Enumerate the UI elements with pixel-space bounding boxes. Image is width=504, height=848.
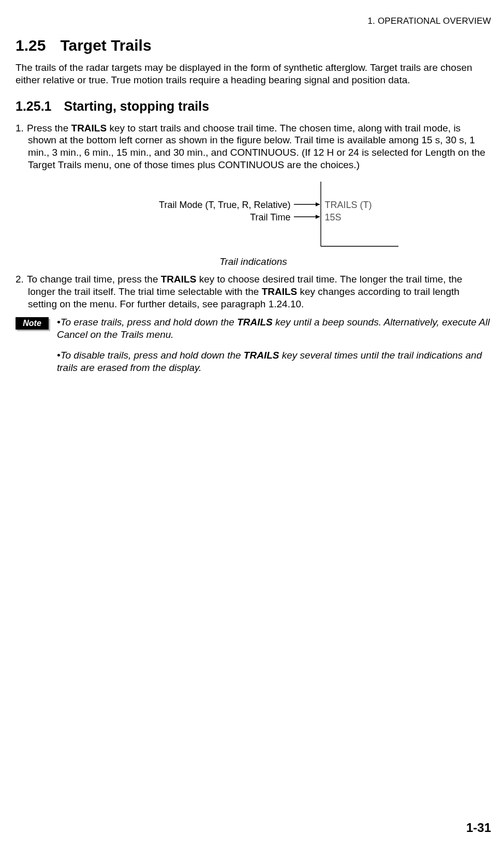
step-1-key: TRAILS	[71, 123, 107, 133]
step-1: 1.Press the TRAILS key to start trails a…	[16, 122, 491, 171]
step-2-text-a: To change trail time, press the	[27, 274, 161, 285]
step-1-marker: 1.	[16, 122, 27, 135]
step-2-key1: TRAILS	[161, 274, 197, 285]
section-title: Target Trails	[60, 37, 151, 54]
figure-caption: Trail indications	[16, 256, 491, 268]
steps-list: 1.Press the TRAILS key to start trails a…	[16, 122, 491, 171]
note-p1-a: •To erase trails, press and hold down th…	[57, 317, 237, 328]
step-2: 2.To change trail time, press the TRAILS…	[16, 273, 491, 310]
step-2-marker: 2.	[16, 273, 27, 286]
subsection-heading: 1.25.1Starting, stopping trails	[16, 98, 491, 114]
note-badge-container: Note	[16, 317, 49, 330]
figure-container: Trail Mode (T, True, R, Relative) Trail …	[16, 182, 491, 252]
note-badge: Note	[16, 317, 49, 330]
svg-marker-3	[316, 202, 320, 206]
note-p2-key: TRAILS	[244, 350, 279, 361]
figure-label-mode: Trail Mode (T, True, R, Relative)	[159, 199, 290, 211]
figure-label-time: Trail Time	[250, 212, 290, 224]
note-body: •To erase trails, press and hold down th…	[57, 316, 491, 382]
subsection-title: Starting, stopping trails	[64, 99, 210, 113]
note-p2-a: •To disable trails, press and hold down …	[57, 350, 244, 361]
note-block: Note •To erase trails, press and hold do…	[16, 316, 491, 382]
note-p2: •To disable trails, press and hold down …	[57, 349, 491, 374]
subsection-number: 1.25.1	[16, 98, 52, 114]
trail-indications-figure: Trail Mode (T, True, R, Relative) Trail …	[88, 182, 419, 249]
chapter-header: 1. OPERATIONAL OVERVIEW	[16, 16, 491, 26]
step-1-text-a: Press the	[27, 123, 71, 133]
steps-list-2: 2.To change trail time, press the TRAILS…	[16, 273, 491, 310]
intro-paragraph: The trails of the radar targets may be d…	[16, 62, 491, 86]
section-heading: 1.25Target Trails	[16, 36, 491, 55]
note-p1-key: TRAILS	[237, 317, 273, 328]
note-p1: •To erase trails, press and hold down th…	[57, 316, 491, 341]
figure-display-line1: TRAILS (T)	[325, 199, 372, 211]
section-number: 1.25	[16, 36, 46, 55]
figure-display-line2: 15S	[325, 212, 342, 224]
step-2-key2: TRAILS	[262, 286, 298, 297]
svg-marker-5	[316, 215, 320, 219]
